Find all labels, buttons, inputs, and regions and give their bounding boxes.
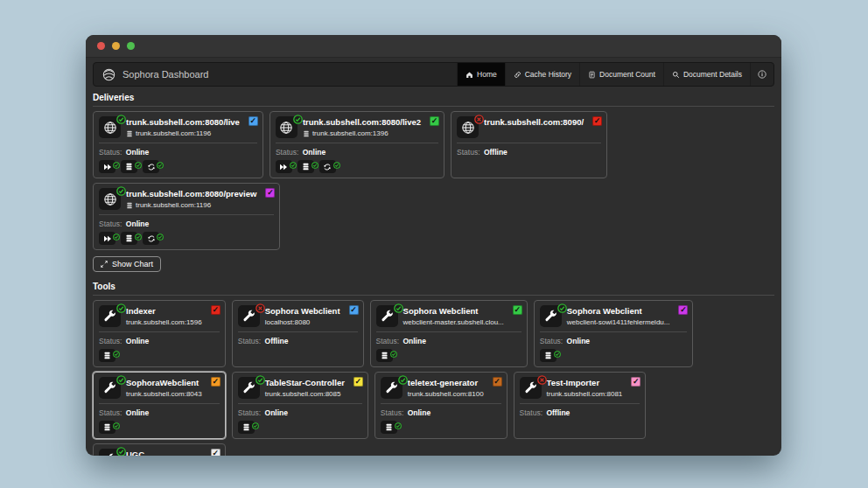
delivery-title: trunk.subshell.com:8080/preview (126, 188, 256, 199)
status-label: Status: (540, 337, 563, 345)
tool-title: Sophora Webclient (567, 305, 670, 316)
page-content: Sophora Dashboard Home Cache History Doc… (86, 58, 781, 456)
offline-error-badge (256, 301, 265, 310)
delivery-checkbox[interactable] (265, 188, 275, 198)
delivery-host: trunk.subshell.com:1196 (136, 129, 211, 137)
tool-subtitle: webclient-master.subshell.clou... (403, 318, 504, 326)
wrench-icon (381, 377, 402, 399)
sync-button[interactable] (143, 232, 159, 245)
status-label: Status: (99, 220, 122, 228)
offline-error-badge (474, 112, 484, 122)
sync-button[interactable] (143, 160, 159, 173)
sync-icon (323, 163, 332, 171)
publish-forward-button[interactable] (99, 232, 116, 245)
close-button[interactable] (97, 42, 105, 50)
tool-checkbox[interactable] (513, 305, 522, 315)
tool-card: Sophora Webclient webclient-master.subsh… (370, 300, 528, 367)
maximize-button[interactable] (127, 42, 135, 50)
delivery-subtitle: trunk.subshell.com:1396 (303, 129, 421, 137)
check-mini-badge (390, 345, 397, 352)
delivery-checkbox[interactable] (592, 116, 602, 126)
tool-checkbox[interactable] (493, 377, 502, 387)
status-label: Status: (238, 408, 261, 417)
tool-card: SophoraWebclient trunk.subshell.com:8043… (93, 372, 226, 439)
tool-subtitle: trunk.subshell.com:8085 (265, 390, 345, 398)
tool-checkbox[interactable] (678, 305, 688, 315)
sync-icon (147, 234, 156, 243)
nav-item-home[interactable]: Home (457, 63, 505, 86)
wrench-icon (99, 377, 121, 399)
server-icon (126, 130, 133, 137)
brand: Sophora Dashboard (94, 63, 217, 86)
server-icon (303, 130, 310, 137)
globe-icon (276, 116, 298, 138)
tool-card-header: Sophora Webclient webclient-sowi1411fehl… (540, 305, 688, 332)
delivery-card-header: trunk.subshell.com:8080/preview trunk.su… (99, 188, 274, 215)
tool-checkbox[interactable] (631, 377, 640, 387)
server-stack-icon (385, 423, 393, 431)
status-row: Status: Online (99, 148, 257, 157)
navbar: Sophora Dashboard Home Cache History Doc… (93, 62, 774, 87)
tool-title: teletext-generator (408, 377, 484, 387)
delivery-title: trunk.subshell.com:8080/live2 (303, 116, 421, 127)
server-stack-button[interactable] (99, 349, 116, 362)
nav-item-label: Document Count (599, 70, 655, 79)
status-value: Online (402, 337, 425, 345)
server-stack-button[interactable] (121, 232, 137, 245)
server-stack-button[interactable] (298, 160, 314, 173)
delivery-actions (276, 160, 438, 173)
app-title: Sophora Dashboard (122, 69, 208, 80)
status-label: Status: (99, 337, 122, 345)
server-stack-button[interactable] (376, 349, 393, 362)
delivery-checkbox[interactable] (430, 116, 439, 126)
delivery-host: trunk.subshell.com:1196 (136, 201, 211, 209)
tool-host: trunk.subshell.com:1596 (126, 318, 202, 326)
minimize-button[interactable] (112, 42, 120, 50)
nav-item-label: Home (477, 70, 497, 79)
delivery-card-header: trunk.subshell.com:8080/live2 trunk.subs… (276, 116, 438, 143)
tool-card-header: Sophora Webclient webclient-master.subsh… (376, 305, 522, 332)
tool-checkbox[interactable] (354, 377, 363, 387)
status-value: Online (126, 148, 149, 157)
tool-card-text: Sophora Webclient localhost:8080 (265, 305, 340, 327)
fast-forward-icon (103, 164, 112, 171)
status-label: Status: (381, 408, 403, 417)
show-chart-label: Show Chart (112, 260, 153, 268)
publish-forward-button[interactable] (276, 160, 292, 173)
tool-checkbox[interactable] (211, 305, 220, 315)
globe-icon (457, 116, 479, 138)
tool-actions (381, 421, 501, 434)
tool-checkbox[interactable] (349, 305, 359, 315)
server-stack-button[interactable] (121, 160, 137, 173)
server-stack-button[interactable] (540, 349, 556, 362)
fast-forward-icon (279, 164, 288, 171)
status-row: Status: Online (381, 408, 501, 417)
status-value: Offline (265, 337, 289, 345)
desktop: { "navbar": { "brand": "Sophora Dashboar… (0, 0, 868, 488)
show-chart-button[interactable]: Show Chart (93, 256, 161, 272)
nav-item-document-count[interactable]: Document Count (579, 63, 663, 86)
tool-subtitle: trunk.subshell.com:8081 (547, 390, 623, 398)
server-stack-button[interactable] (381, 421, 397, 434)
server-stack-button[interactable] (238, 421, 255, 434)
expand-icon (101, 261, 108, 268)
info-button[interactable] (750, 63, 774, 86)
delivery-card-text: trunk.subshell.com:8090/ (484, 116, 584, 138)
nav-item-cache-history[interactable]: Cache History (505, 63, 579, 86)
status-value: Online (265, 408, 288, 417)
deliveries-section-title: Deliveries (93, 91, 774, 107)
online-check-badge (293, 112, 303, 122)
delivery-checkbox[interactable] (248, 116, 258, 126)
status-row: Status: Online (276, 148, 438, 157)
sync-button[interactable] (319, 160, 336, 173)
publish-forward-button[interactable] (99, 160, 116, 173)
tool-card-header: Sophora Webclient localhost:8080 (238, 305, 358, 332)
server-stack-button[interactable] (99, 421, 116, 434)
status-row: Status: Offline (238, 337, 358, 345)
delivery-actions (457, 160, 601, 173)
nav-item-document-details[interactable]: Document Details (663, 63, 750, 86)
delivery-actions (99, 160, 257, 173)
check-mini-badge (395, 417, 402, 424)
tool-checkbox[interactable] (211, 449, 220, 456)
tool-checkbox[interactable] (211, 377, 220, 387)
